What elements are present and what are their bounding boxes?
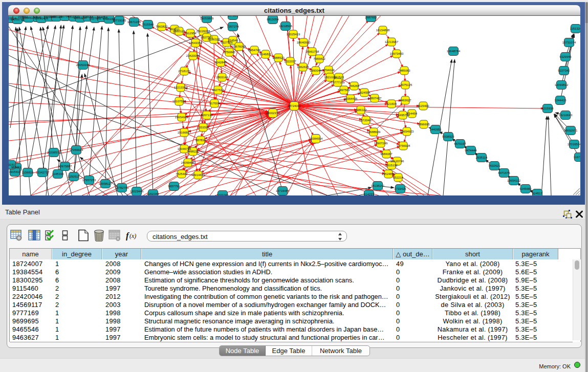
svg-text:3498222: 3498222 [187, 150, 199, 153]
svg-text:15716485: 15716485 [276, 189, 290, 192]
svg-text:12213363: 12213363 [174, 86, 188, 89]
svg-text:2687652: 2687652 [365, 16, 377, 19]
svg-text:1202344: 1202344 [147, 192, 159, 195]
svg-text:1588520: 1588520 [272, 56, 285, 59]
svg-text:1362615: 1362615 [297, 65, 309, 69]
svg-text:1156819: 1156819 [22, 171, 34, 174]
svg-text:8454749: 8454749 [248, 49, 260, 52]
svg-text:3912954: 3912954 [184, 32, 197, 35]
svg-text:16053809: 16053809 [200, 17, 214, 20]
svg-text:16648784: 16648784 [447, 50, 461, 53]
svg-text:141523: 141523 [334, 76, 344, 79]
svg-text:8756845: 8756845 [223, 51, 235, 54]
svg-text:14136141: 14136141 [371, 184, 385, 187]
svg-text:17016504: 17016504 [568, 143, 580, 146]
svg-text:7955812: 7955812 [313, 57, 325, 60]
svg-text:24099485: 24099485 [181, 161, 195, 164]
svg-text:9427512: 9427512 [212, 89, 224, 92]
svg-text:15692971: 15692971 [564, 129, 578, 132]
svg-text:154546: 154546 [228, 39, 238, 42]
svg-text:7357274: 7357274 [227, 25, 239, 28]
svg-text:917004: 917004 [209, 102, 220, 105]
svg-text:19654982: 19654982 [175, 116, 189, 119]
svg-text:10671355: 10671355 [127, 20, 141, 24]
svg-text:10719185: 10719185 [113, 19, 126, 22]
svg-text:3915413: 3915413 [9, 170, 21, 173]
svg-text:8186328: 8186328 [208, 38, 220, 41]
svg-text:2803144: 2803144 [216, 76, 228, 79]
svg-text:12093822: 12093822 [555, 83, 569, 86]
svg-text:10543352: 10543352 [189, 41, 203, 45]
svg-text:9115400: 9115400 [418, 104, 430, 107]
svg-text:90975887: 90975887 [58, 165, 72, 168]
svg-text:19524851: 19524851 [382, 172, 396, 176]
svg-text:2935114: 2935114 [476, 156, 488, 159]
svg-text:754454: 754454 [407, 112, 418, 115]
svg-text:16961758: 16961758 [306, 50, 319, 53]
svg-text:10807487: 10807487 [368, 97, 382, 100]
svg-text:6896695: 6896695 [418, 123, 430, 126]
svg-text:12213967: 12213967 [385, 40, 399, 43]
svg-text:19777169: 19777169 [331, 81, 345, 84]
svg-text:1624554: 1624554 [358, 91, 371, 94]
svg-text:9245682: 9245682 [519, 187, 532, 190]
svg-text:16154838: 16154838 [376, 29, 390, 32]
svg-text:9242848: 9242848 [214, 61, 227, 64]
svg-text:8660123: 8660123 [173, 30, 185, 33]
svg-text:5938923: 5938923 [442, 135, 454, 138]
svg-text:17957253: 17957253 [82, 179, 96, 182]
svg-text:1244415: 1244415 [554, 99, 567, 102]
svg-text:10973493: 10973493 [390, 52, 404, 55]
svg-text:1145193: 1145193 [52, 172, 64, 176]
svg-text:1033241: 1033241 [216, 193, 229, 195]
svg-text:20364436: 20364436 [344, 97, 358, 100]
svg-text:9463627: 9463627 [399, 99, 411, 102]
svg-text:9657791: 9657791 [168, 185, 180, 188]
svg-text:187123: 187123 [228, 16, 238, 17]
svg-text:19166827: 19166827 [178, 131, 191, 134]
svg-text:19384554: 19384554 [309, 137, 323, 140]
svg-text:16120746: 16120746 [390, 160, 404, 163]
svg-text:8215938: 8215938 [541, 107, 554, 110]
svg-text:10782759: 10782759 [115, 186, 129, 189]
svg-text:23420046: 23420046 [186, 54, 200, 57]
svg-text:15720407: 15720407 [359, 119, 373, 122]
svg-text:6794024: 6794024 [322, 69, 335, 72]
svg-text:924517: 924517 [532, 192, 543, 195]
svg-text:2986322: 2986322 [355, 108, 367, 112]
svg-text:19756928: 19756928 [397, 144, 410, 147]
svg-text:1733426: 1733426 [394, 187, 406, 190]
svg-text:1990044: 1990044 [310, 69, 322, 72]
svg-text:621604: 621604 [386, 102, 397, 105]
svg-text:12023446: 12023446 [130, 190, 144, 193]
svg-text:2718170: 2718170 [178, 70, 190, 73]
svg-text:13325419: 13325419 [287, 33, 300, 36]
svg-text:614233: 614233 [364, 193, 375, 195]
svg-text:9329946: 9329946 [559, 55, 572, 58]
svg-text:10107552: 10107552 [172, 100, 186, 103]
svg-text:93151: 93151 [9, 163, 15, 166]
svg-text:1322037: 1322037 [284, 60, 296, 63]
svg-text:1151324: 1151324 [570, 27, 580, 30]
svg-text:9146821: 9146821 [259, 53, 272, 56]
svg-text:14914479: 14914479 [191, 173, 205, 177]
svg-text:23226058: 23226058 [197, 30, 210, 33]
svg-text:12975125: 12975125 [399, 83, 412, 86]
svg-text:7625402: 7625402 [176, 172, 188, 176]
svg-text:7485063: 7485063 [398, 69, 410, 72]
svg-text:9474444: 9474444 [465, 149, 477, 152]
svg-text:7515546: 7515546 [142, 23, 154, 26]
svg-text:6679197: 6679197 [454, 142, 466, 145]
svg-text:8267130: 8267130 [201, 114, 213, 117]
svg-text:887834: 887834 [195, 139, 206, 142]
svg-text:(x): (x) [129, 232, 136, 239]
svg-text:12342737: 12342737 [36, 171, 50, 174]
svg-text:7632621: 7632621 [488, 164, 500, 167]
svg-text:17359924: 17359924 [70, 148, 83, 151]
svg-text:9227342: 9227342 [558, 69, 570, 72]
svg-text:1615132: 1615132 [385, 164, 398, 167]
svg-text:8813054: 8813054 [267, 18, 279, 21]
svg-text:15751074: 15751074 [562, 41, 576, 44]
svg-text:18640910: 18640910 [297, 41, 311, 44]
svg-text:7663822: 7663822 [156, 25, 168, 28]
